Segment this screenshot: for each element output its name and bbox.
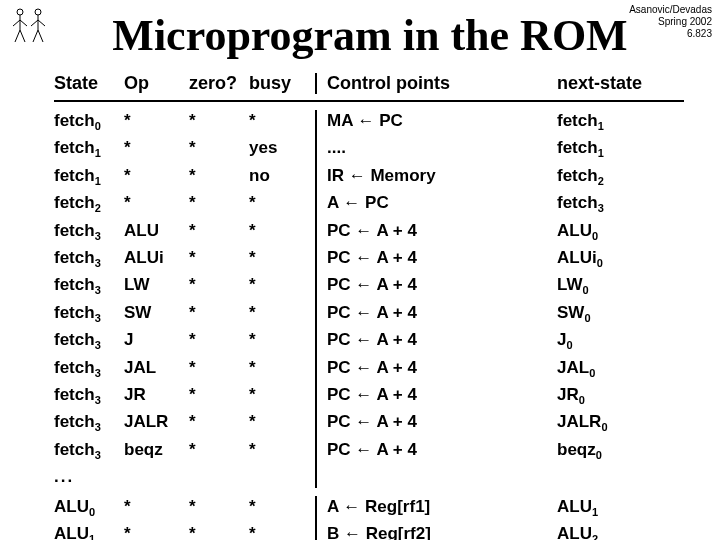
cell-busy: * — [249, 247, 317, 274]
cell-state: ALU1 — [54, 523, 124, 540]
course-tag: Asanovic/Devadas Spring 2002 6.823 — [629, 4, 712, 40]
svg-line-5 — [20, 30, 25, 42]
cell-control-points: A ← PC — [327, 192, 557, 219]
cell-busy: * — [249, 192, 317, 219]
cell-control-points: PC ← A + 4 — [327, 220, 557, 247]
cell-control-points: PC ← A + 4 — [327, 357, 557, 384]
ellipsis: ... — [54, 466, 124, 488]
cell-control-points: PC ← A + 4 — [327, 302, 557, 329]
header-zero: zero? — [189, 73, 249, 94]
cell-next-state: fetch2 — [557, 165, 667, 192]
cell-op: J — [124, 329, 189, 356]
cell-busy: * — [249, 523, 317, 540]
cell-state: fetch1 — [54, 137, 124, 164]
cell-zero: * — [189, 247, 249, 274]
cell-op: * — [124, 110, 189, 137]
cell-control-points: IR ← Memory — [327, 165, 557, 192]
cell-zero: * — [189, 302, 249, 329]
slide-title: Microprogram in the ROM — [60, 10, 680, 61]
cell-busy: * — [249, 220, 317, 247]
cell-next-state: ALU0 — [557, 220, 667, 247]
cell-control-points: MA ← PC — [327, 110, 557, 137]
header-control-points: Control points — [327, 73, 557, 94]
cell-next-state: fetch3 — [557, 192, 667, 219]
cell-state: fetch3 — [54, 274, 124, 301]
cell-next-state: JR0 — [557, 384, 667, 411]
header-state: State — [54, 73, 124, 94]
cell-zero: * — [189, 220, 249, 247]
cell-op: JR — [124, 384, 189, 411]
cell-next-state: SW0 — [557, 302, 667, 329]
cell-busy: * — [249, 357, 317, 384]
svg-point-0 — [17, 9, 23, 15]
cell-op: * — [124, 165, 189, 192]
cell-next-state: ALU1 — [557, 496, 667, 523]
table-row: fetch3J**PC ← A + 4J0 — [54, 329, 684, 356]
cell-zero: * — [189, 496, 249, 523]
cell-zero: * — [189, 137, 249, 164]
svg-point-6 — [35, 9, 41, 15]
table-body-2: ALU0***A ← Reg[rf1]ALU1ALU1***B ← Reg[rf… — [54, 496, 684, 540]
svg-line-10 — [33, 30, 38, 42]
table-header: State Op zero? busy Control points next-… — [54, 69, 684, 102]
cell-next-state: JAL0 — [557, 357, 667, 384]
cell-zero: * — [189, 411, 249, 438]
cell-state: fetch2 — [54, 192, 124, 219]
cell-control-points: .... — [327, 137, 557, 164]
cell-busy: * — [249, 439, 317, 466]
table-row: fetch3ALU**PC ← A + 4ALU0 — [54, 220, 684, 247]
table-row: ALU1***B ← Reg[rf2]ALU2 — [54, 523, 684, 540]
table-ellipsis: ... — [54, 466, 684, 488]
course-number: 6.823 — [629, 28, 712, 40]
svg-line-2 — [13, 20, 20, 26]
cell-busy: * — [249, 496, 317, 523]
cell-state: fetch3 — [54, 384, 124, 411]
cell-control-points: PC ← A + 4 — [327, 247, 557, 274]
cell-busy: * — [249, 411, 317, 438]
cell-op: * — [124, 137, 189, 164]
cell-state: fetch3 — [54, 302, 124, 329]
cell-control-points: PC ← A + 4 — [327, 274, 557, 301]
cell-op: JAL — [124, 357, 189, 384]
cell-control-points: PC ← A + 4 — [327, 329, 557, 356]
cell-state: fetch3 — [54, 220, 124, 247]
table-row: fetch1**noIR ← Memoryfetch2 — [54, 165, 684, 192]
cell-state: fetch3 — [54, 329, 124, 356]
cell-op: * — [124, 192, 189, 219]
header-busy: busy — [249, 73, 317, 94]
table-row: fetch3JR**PC ← A + 4JR0 — [54, 384, 684, 411]
cell-busy: * — [249, 274, 317, 301]
cell-next-state: ALUi0 — [557, 247, 667, 274]
cell-op: SW — [124, 302, 189, 329]
cell-zero: * — [189, 329, 249, 356]
cell-op: beqz — [124, 439, 189, 466]
cell-zero: * — [189, 523, 249, 540]
cell-state: fetch3 — [54, 357, 124, 384]
svg-line-3 — [20, 20, 27, 26]
cell-control-points: PC ← A + 4 — [327, 411, 557, 438]
table-row: fetch0***MA ← PCfetch1 — [54, 110, 684, 137]
cell-next-state: J0 — [557, 329, 667, 356]
cell-busy: * — [249, 302, 317, 329]
cell-next-state: ALU2 — [557, 523, 667, 540]
cell-zero: * — [189, 384, 249, 411]
cell-busy: * — [249, 110, 317, 137]
cell-busy: yes — [249, 137, 317, 164]
table-row: fetch3SW**PC ← A + 4SW0 — [54, 302, 684, 329]
cell-zero: * — [189, 110, 249, 137]
cell-busy: no — [249, 165, 317, 192]
cell-zero: * — [189, 439, 249, 466]
cell-op: LW — [124, 274, 189, 301]
cell-state: fetch3 — [54, 247, 124, 274]
course-term: Spring 2002 — [629, 16, 712, 28]
decorative-figures-icon — [8, 6, 52, 46]
table-row: fetch3JAL**PC ← A + 4JAL0 — [54, 357, 684, 384]
svg-line-11 — [38, 30, 43, 42]
svg-line-4 — [15, 30, 20, 42]
table-row: fetch2***A ← PCfetch3 — [54, 192, 684, 219]
cell-zero: * — [189, 357, 249, 384]
cell-state: fetch0 — [54, 110, 124, 137]
header-op: Op — [124, 73, 189, 94]
table-row: fetch3JALR**PC ← A + 4JALR0 — [54, 411, 684, 438]
cell-next-state: beqz0 — [557, 439, 667, 466]
